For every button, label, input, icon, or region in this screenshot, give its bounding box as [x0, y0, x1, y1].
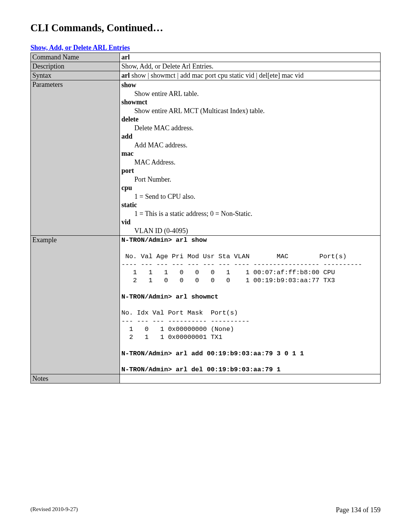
cli-output-line: No. Idx Val Port Mask Port(s)	[121, 309, 238, 316]
cli-output-line: ---- --- --- --- --- --- --- ---- ------…	[121, 261, 362, 268]
cli-prompt-line: N-TRON/Admin> arl show	[121, 236, 207, 244]
param-name: port	[121, 166, 379, 175]
param-desc: Show entire ARL MCT (Multicast Index) ta…	[121, 107, 379, 115]
row-label-description: Description	[31, 62, 120, 71]
row-value-command-name: arl	[120, 53, 381, 62]
cli-output-line: No. Val Age Pri Mod Usr Sta VLAN MAC Por…	[121, 253, 347, 260]
cli-prompt-line: N-TRON/Admin> arl del 00:19:b9:03:aa:79 …	[121, 366, 280, 373]
row-value-parameters: showShow entire ARL table.showmctShow en…	[120, 80, 381, 236]
row-value-example: N-TRON/Admin> arl show No. Val Age Pri M…	[120, 236, 381, 374]
param-desc: Delete MAC address.	[121, 124, 379, 133]
param-name: cpu	[121, 184, 379, 192]
row-label-example: Example	[31, 236, 120, 374]
page-title: CLI Commands, Continued…	[30, 22, 381, 34]
param-name: vid	[121, 218, 379, 227]
row-label-syntax: Syntax	[31, 71, 120, 80]
param-desc: Add MAC address.	[121, 141, 379, 150]
row-value-notes	[120, 374, 381, 383]
param-desc: 1 = This is a static address; 0 = Non-St…	[121, 209, 379, 218]
cli-prompt-line: N-TRON/Admin> arl showmct	[121, 293, 218, 300]
cli-output-line: 2 1 1 0x00000001 TX1	[121, 334, 222, 341]
row-value-syntax: arl show | showmct | add mac port cpu st…	[120, 71, 381, 80]
param-desc: VLAN ID (0-4095)	[121, 227, 379, 235]
row-label-parameters: Parameters	[31, 80, 120, 236]
cli-output-line: 2 1 0 0 0 0 0 1 00:19:b9:03:aa:77 TX3	[121, 277, 335, 284]
footer-page: Page 134 of 159	[336, 506, 381, 514]
footer: (Revised 2010-9-27) Page 134 of 159	[30, 506, 381, 514]
param-desc: Port Number.	[121, 175, 379, 184]
row-label-command-name: Command Name	[31, 53, 120, 62]
cli-output-line: 1 0 1 0x00000000 (None)	[121, 326, 234, 333]
param-name: add	[121, 132, 379, 141]
param-name: mac	[121, 149, 379, 158]
param-name: showmct	[121, 98, 379, 107]
param-name: show	[121, 81, 379, 89]
param-desc: MAC Address.	[121, 158, 379, 167]
param-desc: Show entire ARL table.	[121, 89, 379, 98]
cli-output-line: 1 1 1 0 0 0 1 1 00:07:af:ff:b8:00 CPU	[121, 269, 335, 276]
cli-output-line: --- --- --- ---------- ----------	[121, 318, 250, 325]
command-table: Command Name arl Description Show, Add, …	[30, 53, 381, 383]
row-label-notes: Notes	[31, 374, 120, 383]
section-link-arl[interactable]: Show, Add, or Delete ARL Entries	[30, 44, 130, 52]
param-name: delete	[121, 115, 379, 124]
param-name: static	[121, 201, 379, 209]
param-desc: 1 = Send to CPU also.	[121, 192, 379, 201]
row-value-description: Show, Add, or Delete Arl Entries.	[120, 62, 381, 71]
footer-revised: (Revised 2010-9-27)	[30, 506, 78, 514]
cli-prompt-line: N-TRON/Admin> arl add 00:19:b9:03:aa:79 …	[121, 350, 304, 357]
